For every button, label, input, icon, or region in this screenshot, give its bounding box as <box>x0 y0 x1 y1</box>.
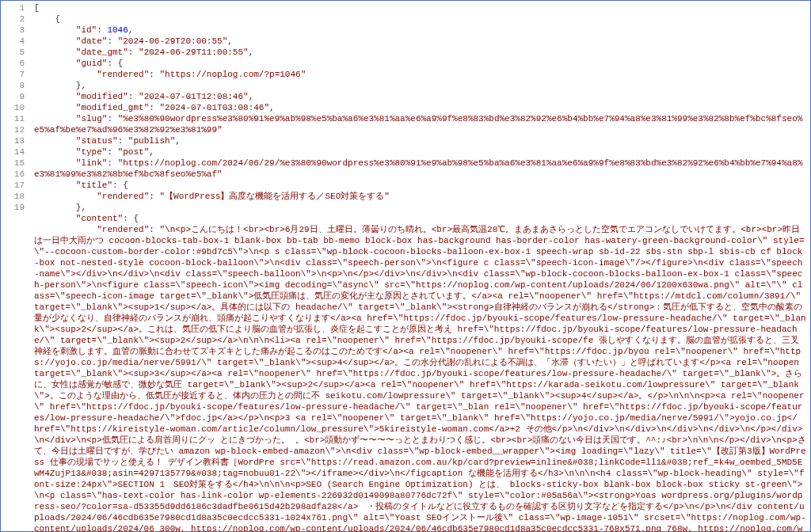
line-number: 4 <box>1 36 31 47</box>
json-viewer: 12345678910111213141516171819 [ { "id": … <box>0 0 811 532</box>
line-number: 15 <box>1 158 31 169</box>
line-number: 16 <box>1 169 31 180</box>
line-number: 7 <box>1 69 31 80</box>
line-number: 5 <box>1 47 31 58</box>
line-number: 14 <box>1 146 31 158</box>
line-number: 2 <box>1 13 31 25</box>
line-number: 12 <box>1 124 31 135</box>
line-number: 1 <box>1 2 31 13</box>
line-number-gutter: 12345678910111213141516171819 <box>1 1 31 531</box>
line-number: 11 <box>1 113 31 124</box>
line-number: 6 <box>1 58 31 69</box>
line-number: 17 <box>1 180 31 191</box>
code-content[interactable]: [ { "id": 1046, "date": "2024-06-29T20:0… <box>31 1 810 531</box>
line-number: 3 <box>1 25 31 36</box>
line-number: 13 <box>1 135 31 146</box>
line-number: 8 <box>1 80 31 91</box>
line-number: 9 <box>1 91 31 102</box>
line-number: 10 <box>1 102 31 113</box>
line-number: 18 <box>1 191 31 202</box>
line-number: 19 <box>1 202 31 213</box>
